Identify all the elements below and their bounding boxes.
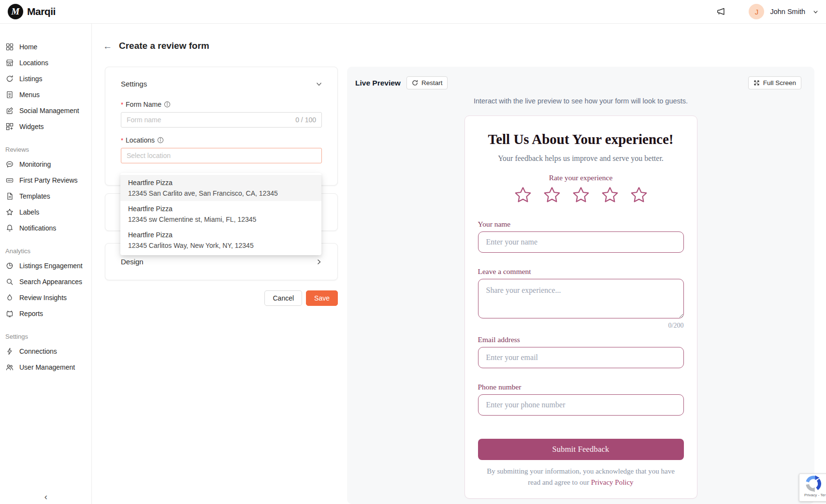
live-preview-title: Live Preview bbox=[355, 79, 401, 87]
sidebar-item-connections[interactable]: Connections bbox=[0, 343, 91, 359]
name-label: Your name bbox=[478, 220, 684, 229]
info-icon[interactable] bbox=[164, 101, 171, 108]
full-screen-button[interactable]: Full Screen bbox=[748, 76, 801, 89]
sidebar-item-listings[interactable]: Listings bbox=[0, 71, 91, 86]
sidebar-item-locations[interactable]: Locations bbox=[0, 55, 91, 71]
phone-input[interactable] bbox=[478, 394, 684, 416]
sidebar-item-user-management[interactable]: User Management bbox=[0, 359, 91, 375]
sidebar-section-settings: Settings bbox=[5, 333, 91, 340]
comment-counter: 0/200 bbox=[478, 322, 684, 330]
chevron-down-icon[interactable] bbox=[813, 9, 818, 14]
star-icon[interactable] bbox=[514, 186, 532, 204]
name-input[interactable] bbox=[478, 231, 684, 253]
sidebar-item-social-management[interactable]: Social Management bbox=[0, 102, 91, 118]
form-name-label-row: * Form Name bbox=[121, 101, 322, 108]
rating-label: Rate your experience bbox=[478, 173, 684, 182]
sidebar-collapse-icon[interactable]: ‹ bbox=[0, 491, 92, 502]
user-name[interactable]: John Smith bbox=[770, 8, 805, 15]
sidebar-item-review-insights[interactable]: Review Insights bbox=[0, 289, 91, 305]
settings-panel-title: Settings bbox=[121, 80, 147, 88]
recaptcha-text: Privacy - Ter bbox=[804, 493, 826, 497]
chevron-right-icon[interactable] bbox=[316, 259, 322, 265]
sidebar-item-templates[interactable]: Templates bbox=[0, 188, 91, 204]
sidebar-item-reports[interactable]: Reports bbox=[0, 305, 91, 321]
star-icon[interactable] bbox=[572, 186, 590, 204]
review-form-preview: Tell Us About Your experience! Your feed… bbox=[464, 115, 697, 499]
bell-icon bbox=[5, 224, 14, 232]
restart-icon bbox=[412, 80, 418, 86]
email-label: Email address bbox=[478, 335, 684, 344]
template-file-icon bbox=[5, 192, 14, 200]
sidebar-item-notifications[interactable]: Notifications bbox=[0, 220, 91, 236]
preview-form-heading: Tell Us About Your experience! bbox=[478, 131, 684, 147]
chevron-down-icon[interactable] bbox=[316, 81, 322, 87]
megaphone-icon[interactable] bbox=[716, 7, 725, 16]
fullscreen-icon bbox=[754, 80, 760, 86]
page-title: Create a review form bbox=[119, 41, 209, 51]
report-monitor-icon bbox=[5, 310, 14, 317]
location-option[interactable]: Heartfire Pizza 12345 Carlitos Way, New … bbox=[120, 227, 321, 253]
brand-logo[interactable]: M Marqii bbox=[8, 4, 56, 19]
brand-name: Marqii bbox=[27, 6, 56, 17]
location-option[interactable]: Heartfire Pizza 12345 sw Clementine st, … bbox=[120, 201, 321, 227]
locations-select-field bbox=[121, 148, 322, 163]
locations-select-input[interactable] bbox=[127, 152, 316, 159]
sidebar-item-first-party-reviews[interactable]: First Party Reviews bbox=[0, 172, 91, 188]
sidebar-section-analytics: Analytics bbox=[5, 247, 91, 255]
disclaimer: By submitting your information, you ackn… bbox=[478, 466, 684, 488]
cancel-button[interactable]: Cancel bbox=[264, 290, 302, 306]
submit-feedback-button[interactable]: Submit Feedback bbox=[478, 439, 684, 460]
privacy-policy-link[interactable]: Privacy Policy bbox=[591, 478, 634, 486]
marqii-logo-icon: M bbox=[8, 4, 23, 19]
chat-bubble-icon bbox=[5, 160, 14, 168]
form-name-counter: 0 / 100 bbox=[295, 116, 316, 124]
required-asterisk: * bbox=[121, 101, 123, 108]
star-icon[interactable] bbox=[601, 186, 619, 204]
required-asterisk: * bbox=[121, 137, 123, 144]
preview-hint: Interact with the live preview to see ho… bbox=[347, 97, 814, 105]
sidebar-item-labels[interactable]: Labels bbox=[0, 204, 91, 220]
search-icon bbox=[5, 278, 14, 286]
avatar[interactable]: J bbox=[749, 4, 764, 19]
settings-panel-header[interactable]: Settings bbox=[121, 80, 322, 88]
location-option[interactable]: Heartfire Pizza 12345 San Carlito ave, S… bbox=[120, 175, 321, 201]
locations-label-row: * Locations bbox=[121, 136, 322, 144]
sidebar-item-monitoring[interactable]: Monitoring bbox=[0, 156, 91, 172]
sidebar-item-widgets[interactable]: Widgets bbox=[0, 118, 91, 134]
recaptcha-badge[interactable]: Privacy - Ter bbox=[799, 474, 826, 502]
message-icon bbox=[5, 176, 14, 184]
design-panel-title: Design bbox=[121, 258, 144, 266]
star-icon[interactable] bbox=[543, 186, 561, 204]
live-preview-panel: Live Preview Restart Full Screen Interac… bbox=[347, 67, 814, 504]
sync-icon bbox=[5, 75, 14, 83]
info-icon[interactable] bbox=[157, 137, 164, 144]
sidebar-item-home[interactable]: Home bbox=[0, 39, 91, 55]
email-input[interactable] bbox=[478, 347, 684, 368]
comment-textarea[interactable] bbox=[478, 279, 684, 318]
topbar: M Marqii J John Smith bbox=[0, 0, 826, 24]
comment-label: Leave a comment bbox=[478, 267, 684, 276]
settings-panel: Settings * Form Name 0 / 100 * Locations bbox=[105, 67, 338, 186]
sidebar-item-menus[interactable]: Menus bbox=[0, 86, 91, 102]
star-rating bbox=[478, 186, 684, 204]
flame-icon bbox=[5, 294, 14, 302]
sidebar-item-listings-engagement[interactable]: Listings Engagement bbox=[0, 258, 91, 274]
star-icon[interactable] bbox=[630, 186, 648, 204]
menu-document-icon bbox=[5, 91, 14, 99]
form-name-field: 0 / 100 bbox=[121, 112, 322, 128]
sidebar-item-search-appearances[interactable]: Search Appearances bbox=[0, 274, 91, 289]
sidebar-section-reviews: Reviews bbox=[5, 146, 91, 153]
back-arrow-icon[interactable]: ← bbox=[103, 42, 112, 51]
form-name-input[interactable] bbox=[127, 116, 291, 124]
restart-button[interactable]: Restart bbox=[406, 76, 448, 89]
phone-label: Phone number bbox=[478, 383, 684, 391]
locations-dropdown: Heartfire Pizza 12345 San Carlito ave, S… bbox=[120, 173, 321, 255]
star-outline-icon bbox=[5, 208, 14, 216]
people-icon bbox=[5, 363, 14, 371]
edit-square-icon bbox=[5, 107, 14, 115]
storefront-icon bbox=[5, 59, 14, 67]
recaptcha-icon bbox=[804, 475, 822, 492]
lightning-icon bbox=[5, 347, 14, 355]
sidebar: Home Locations Listings Menus Social Man… bbox=[0, 24, 92, 504]
save-button[interactable]: Save bbox=[306, 290, 338, 306]
